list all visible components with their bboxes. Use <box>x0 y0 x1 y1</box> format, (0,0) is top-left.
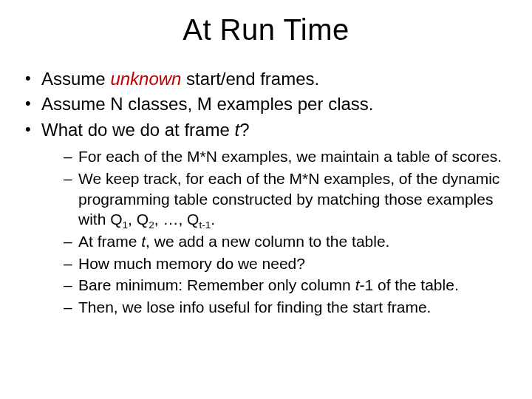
sub-2-post: . <box>211 211 215 228</box>
sub-4: How much memory do we need? <box>64 253 511 274</box>
slide-title: At Run Time <box>21 13 511 47</box>
sub-5: Bare minimum: Remember only column t-1 o… <box>64 275 511 296</box>
bullet-3-pre: What do we do at frame <box>41 120 234 140</box>
sub-3-post: , we add a new column to the table. <box>146 233 389 250</box>
sub-1: For each of the M*N examples, we maintai… <box>64 146 511 167</box>
sub-list: For each of the M*N examples, we maintai… <box>41 146 511 318</box>
sub-5-post: -1 of the table. <box>359 276 458 293</box>
sub-2-sub1: 1 <box>123 220 129 231</box>
sub-6: Then, we lose info useful for finding th… <box>64 297 511 318</box>
bullet-1: Assume unknown start/end frames. <box>25 67 511 91</box>
bullet-1-pre: Assume <box>41 69 110 89</box>
sub-5-pre: Bare minimum: Remember only column <box>78 276 355 293</box>
bullet-3: What do we do at frame t? For each of th… <box>25 118 511 318</box>
bullet-3-post: ? <box>239 120 249 140</box>
sub-3-pre: At frame <box>78 233 141 250</box>
bullet-2: Assume N classes, M examples per class. <box>25 92 511 116</box>
bullet-1-emph: unknown <box>110 69 181 89</box>
sub-2-sub2: 2 <box>149 220 154 231</box>
bullet-1-post: start/end frames. <box>181 69 319 89</box>
sub-2-mid1: , Q <box>128 211 149 228</box>
sub-2-sub3: t-1 <box>199 220 211 231</box>
sub-2-mid2: , …, Q <box>154 211 200 228</box>
sub-3: At frame t, we add a new column to the t… <box>64 231 511 252</box>
sub-2: We keep track, for each of the M*N examp… <box>64 168 511 230</box>
bullet-list: Assume unknown start/end frames. Assume … <box>21 67 511 318</box>
slide: At Run Time Assume unknown start/end fra… <box>0 0 532 399</box>
